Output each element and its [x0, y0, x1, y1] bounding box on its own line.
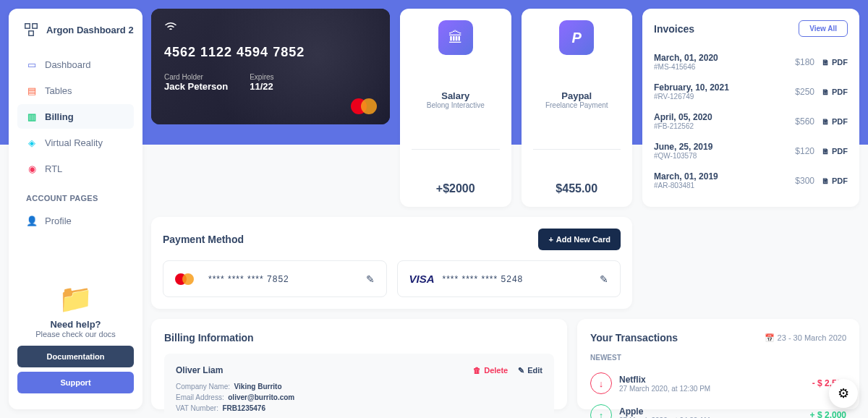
- pencil-icon: ✎: [518, 366, 524, 375]
- invoice-pdf-link[interactable]: 🗎PDF: [822, 176, 848, 185]
- nav-profile[interactable]: 👤Profile: [17, 208, 134, 233]
- invoice-row: March, 01, 2020#MS-415646$180🗎PDF: [654, 47, 848, 77]
- help-subtitle: Please check our docs: [17, 330, 134, 338]
- paypal-card: P Paypal Freelance Payment $455.00: [522, 9, 633, 207]
- invoice-row: March, 01, 2019#AR-803481$300🗎PDF: [654, 166, 848, 195]
- app-logo: Argon Dashboard 2: [17, 20, 134, 39]
- billing-icon: ▥: [26, 111, 38, 122]
- nav-virtual-reality[interactable]: ◈Virtual Reality: [17, 130, 134, 155]
- card-mask-0: **** **** **** 7852: [208, 274, 359, 284]
- logo-icon: [22, 20, 41, 39]
- edit-card-1-icon[interactable]: ✎: [600, 273, 608, 285]
- invoice-pdf-link[interactable]: 🗎PDF: [822, 147, 848, 155]
- edit-card-0-icon[interactable]: ✎: [366, 273, 375, 285]
- salary-card: 🏛 Salary Belong Interactive +$2000: [400, 9, 511, 207]
- salary-sub: Belong Interactive: [427, 101, 485, 109]
- transactions-card: Your Transactions 📅23 - 30 March 2020 NE…: [577, 319, 859, 409]
- paypal-icon: P: [559, 20, 594, 55]
- visa-brand-icon: VISA: [409, 273, 435, 285]
- invoice-date: March, 01, 2019: [654, 171, 718, 182]
- settings-fab[interactable]: ⚙: [829, 379, 858, 408]
- arrow-down-icon: ↓: [590, 372, 612, 394]
- arrow-up-icon: ↑: [590, 404, 612, 418]
- invoice-date: April, 05, 2020: [654, 112, 712, 122]
- invoice-amount: $250: [795, 87, 814, 97]
- invoice-pdf-link[interactable]: 🗎PDF: [822, 58, 848, 67]
- transaction-name: Netflix: [619, 375, 710, 385]
- sidebar-help: 📁 Need help? Please check our docs Docum…: [17, 283, 134, 398]
- nav-section-account: ACCOUNT PAGES: [26, 194, 134, 202]
- edit-billing-button[interactable]: ✎Edit: [518, 366, 542, 375]
- invoice-id: #MS-415646: [654, 63, 718, 71]
- mastercard-brand-icon: [175, 273, 201, 285]
- svg-rect-0: [25, 24, 30, 28]
- view-all-button[interactable]: View All: [799, 20, 848, 37]
- pdf-icon: 🗎: [822, 58, 830, 67]
- invoice-row: April, 05, 2020#FB-212562$560🗎PDF: [654, 106, 848, 136]
- card-expires-label: Expires: [250, 73, 273, 81]
- delete-billing-button[interactable]: 🗑Delete: [473, 366, 508, 375]
- invoice-date: March, 01, 2020: [654, 53, 718, 63]
- nav-billing[interactable]: ▥Billing: [17, 104, 134, 129]
- paypal-sub: Freelance Payment: [545, 101, 608, 109]
- invoice-id: #RV-126749: [654, 93, 729, 101]
- transaction-amount: + $ 2,000: [810, 410, 846, 418]
- transaction-name: Apple: [619, 406, 710, 417]
- pdf-icon: 🗎: [822, 147, 830, 155]
- card-expires: 11/22: [250, 81, 273, 92]
- help-title: Need help?: [17, 319, 134, 330]
- profile-icon: 👤: [26, 215, 38, 226]
- add-new-card-button[interactable]: +Add New Card: [538, 229, 621, 250]
- invoice-id: #QW-103578: [654, 152, 712, 160]
- invoice-amount: $560: [795, 116, 814, 127]
- help-folder-icon: 📁: [17, 283, 134, 315]
- rtl-icon: ◉: [26, 163, 38, 174]
- invoice-pdf-link[interactable]: 🗎PDF: [822, 88, 848, 96]
- invoice-amount: $180: [795, 57, 814, 67]
- pdf-icon: 🗎: [822, 117, 830, 126]
- paypal-amount: $455.00: [556, 182, 597, 195]
- wifi-icon: [164, 22, 377, 35]
- invoice-date: February, 10, 2021: [654, 82, 729, 93]
- invoices-title: Invoices: [654, 23, 694, 35]
- invoice-id: #AR-803481: [654, 182, 718, 189]
- vr-icon: ◈: [26, 137, 38, 148]
- payment-card-visa: VISA **** **** **** 5248 ✎: [397, 260, 621, 297]
- invoice-pdf-link[interactable]: 🗎PDF: [822, 117, 848, 126]
- salary-amount: +$2000: [436, 182, 475, 195]
- support-button[interactable]: Support: [17, 372, 134, 393]
- sidebar: Argon Dashboard 2 ▭Dashboard ▤Tables ▥Bi…: [9, 9, 142, 409]
- billing-item: Oliver Liam🗑Delete✎EditCompany Name: Vik…: [164, 354, 554, 418]
- card-mask-1: **** **** **** 5248: [443, 274, 593, 284]
- pdf-icon: 🗎: [822, 176, 830, 185]
- invoice-row: June, 25, 2019#QW-103578$120🗎PDF: [654, 136, 848, 166]
- invoice-date: June, 25, 2019: [654, 142, 712, 152]
- payment-method-card: Payment Method +Add New Card **** **** *…: [151, 217, 632, 309]
- tables-icon: ▤: [26, 85, 38, 96]
- nav-dashboard[interactable]: ▭Dashboard: [17, 52, 134, 77]
- newest-label: NEWEST: [590, 354, 846, 362]
- gear-icon: ⚙: [838, 385, 849, 401]
- payment-card-mastercard: **** **** **** 7852 ✎: [163, 260, 387, 297]
- pdf-icon: 🗎: [822, 88, 830, 96]
- transactions-title: Your Transactions: [590, 332, 678, 344]
- dashboard-icon: ▭: [26, 59, 38, 70]
- transaction-row: ↑Apple27 March 2020, at 04:30 AM+ $ 2,00…: [590, 399, 846, 418]
- paypal-title: Paypal: [545, 90, 608, 101]
- app-name: Argon Dashboard 2: [46, 25, 134, 35]
- documentation-button[interactable]: Documentation: [17, 346, 134, 367]
- invoice-amount: $120: [795, 146, 814, 156]
- nav-tables[interactable]: ▤Tables: [17, 78, 134, 103]
- transaction-row: ↓Netflix27 March 2020, at 12:30 PM- $ 2,…: [590, 367, 846, 399]
- trash-icon: 🗑: [473, 366, 481, 375]
- billing-name: Oliver Liam: [176, 365, 223, 375]
- nav-rtl[interactable]: ◉RTL: [17, 156, 134, 181]
- card-holder: Jack Peterson: [164, 81, 228, 92]
- card-number: 4562 1122 4594 7852: [164, 45, 377, 60]
- transactions-range: 📅23 - 30 March 2020: [765, 333, 846, 343]
- billing-info-card: Billing Information Oliver Liam🗑Delete✎E…: [151, 319, 567, 409]
- card-holder-label: Card Holder: [164, 73, 228, 81]
- invoices-card: Invoices View All March, 01, 2020#MS-415…: [642, 9, 859, 207]
- credit-card: 4562 1122 4594 7852 Card Holder Jack Pet…: [151, 9, 390, 124]
- svg-rect-1: [33, 24, 37, 28]
